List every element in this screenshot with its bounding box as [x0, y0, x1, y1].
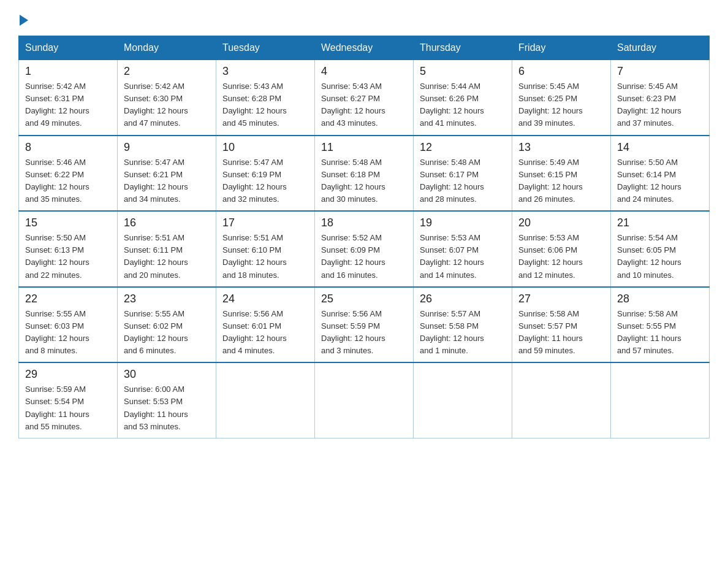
calendar-day-cell: 11 Sunrise: 5:48 AMSunset: 6:18 PMDaylig… [315, 136, 414, 212]
calendar-week-row: 29 Sunrise: 5:59 AMSunset: 5:54 PMDaylig… [19, 362, 710, 438]
day-number: 24 [222, 293, 308, 305]
calendar-day-cell: 30 Sunrise: 6:00 AMSunset: 5:53 PMDaylig… [118, 362, 216, 438]
day-number: 4 [321, 65, 407, 78]
day-number: 12 [420, 141, 506, 154]
day-number: 26 [420, 293, 506, 305]
column-header-wednesday: Wednesday [315, 36, 414, 60]
day-number: 7 [617, 65, 703, 78]
day-number: 22 [25, 293, 111, 305]
page-header [18, 12, 710, 26]
day-info: Sunrise: 6:00 AMSunset: 5:53 PMDaylight:… [124, 385, 188, 431]
day-number: 11 [321, 141, 407, 154]
calendar-day-cell: 20 Sunrise: 5:53 AMSunset: 6:06 PMDaylig… [512, 211, 611, 287]
day-number: 6 [518, 65, 604, 78]
day-number: 14 [617, 141, 703, 154]
column-header-saturday: Saturday [611, 36, 710, 60]
calendar-day-cell: 2 Sunrise: 5:42 AMSunset: 6:30 PMDayligh… [118, 60, 216, 136]
calendar-day-cell: 13 Sunrise: 5:49 AMSunset: 6:15 PMDaylig… [512, 136, 611, 212]
column-header-tuesday: Tuesday [216, 36, 315, 60]
calendar-day-cell: 17 Sunrise: 5:51 AMSunset: 6:10 PMDaylig… [216, 211, 315, 287]
day-number: 10 [222, 141, 308, 154]
day-info: Sunrise: 5:59 AMSunset: 5:54 PMDaylight:… [25, 385, 89, 431]
calendar-day-cell: 8 Sunrise: 5:46 AMSunset: 6:22 PMDayligh… [19, 136, 118, 212]
calendar-day-cell: 14 Sunrise: 5:50 AMSunset: 6:14 PMDaylig… [611, 136, 710, 212]
calendar-day-cell: 10 Sunrise: 5:47 AMSunset: 6:19 PMDaylig… [216, 136, 315, 212]
calendar-week-row: 22 Sunrise: 5:55 AMSunset: 6:03 PMDaylig… [19, 287, 710, 363]
day-info: Sunrise: 5:56 AMSunset: 6:01 PMDaylight:… [222, 309, 287, 355]
calendar-week-row: 8 Sunrise: 5:46 AMSunset: 6:22 PMDayligh… [19, 136, 710, 212]
calendar-week-row: 1 Sunrise: 5:42 AMSunset: 6:31 PMDayligh… [19, 60, 710, 136]
calendar-day-cell: 19 Sunrise: 5:53 AMSunset: 6:07 PMDaylig… [414, 211, 512, 287]
column-header-monday: Monday [118, 36, 216, 60]
day-info: Sunrise: 5:50 AMSunset: 6:14 PMDaylight:… [617, 158, 681, 204]
day-number: 13 [518, 141, 604, 154]
calendar-day-cell: 9 Sunrise: 5:47 AMSunset: 6:21 PMDayligh… [118, 136, 216, 212]
calendar-day-cell [315, 362, 414, 438]
day-info: Sunrise: 5:51 AMSunset: 6:10 PMDaylight:… [222, 233, 287, 279]
day-number: 15 [25, 216, 111, 229]
calendar-day-cell: 29 Sunrise: 5:59 AMSunset: 5:54 PMDaylig… [19, 362, 118, 438]
day-info: Sunrise: 5:43 AMSunset: 6:27 PMDaylight:… [321, 82, 385, 128]
calendar-day-cell: 15 Sunrise: 5:50 AMSunset: 6:13 PMDaylig… [19, 211, 118, 287]
calendar-day-cell: 12 Sunrise: 5:48 AMSunset: 6:17 PMDaylig… [414, 136, 512, 212]
calendar-day-cell: 23 Sunrise: 5:55 AMSunset: 6:02 PMDaylig… [118, 287, 216, 363]
day-info: Sunrise: 5:42 AMSunset: 6:30 PMDaylight:… [124, 82, 188, 128]
day-number: 25 [321, 293, 407, 305]
column-header-friday: Friday [512, 36, 611, 60]
day-info: Sunrise: 5:51 AMSunset: 6:11 PMDaylight:… [124, 233, 188, 279]
day-number: 27 [518, 293, 604, 305]
day-info: Sunrise: 5:48 AMSunset: 6:18 PMDaylight:… [321, 158, 385, 204]
calendar-day-cell [414, 362, 512, 438]
logo-arrow-icon [20, 15, 28, 26]
calendar-day-cell: 6 Sunrise: 5:45 AMSunset: 6:25 PMDayligh… [512, 60, 611, 136]
day-info: Sunrise: 5:50 AMSunset: 6:13 PMDaylight:… [25, 233, 89, 279]
day-number: 5 [420, 65, 506, 78]
calendar-day-cell: 21 Sunrise: 5:54 AMSunset: 6:05 PMDaylig… [611, 211, 710, 287]
calendar-day-cell: 16 Sunrise: 5:51 AMSunset: 6:11 PMDaylig… [118, 211, 216, 287]
calendar-day-cell: 28 Sunrise: 5:58 AMSunset: 5:55 PMDaylig… [611, 287, 710, 363]
day-info: Sunrise: 5:56 AMSunset: 5:59 PMDaylight:… [321, 309, 385, 355]
calendar-day-cell [216, 362, 315, 438]
day-number: 20 [518, 216, 604, 229]
day-info: Sunrise: 5:48 AMSunset: 6:17 PMDaylight:… [420, 158, 484, 204]
day-info: Sunrise: 5:52 AMSunset: 6:09 PMDaylight:… [321, 233, 385, 279]
day-number: 28 [617, 293, 703, 305]
day-info: Sunrise: 5:58 AMSunset: 5:57 PMDaylight:… [518, 309, 583, 355]
day-info: Sunrise: 5:47 AMSunset: 6:21 PMDaylight:… [124, 158, 188, 204]
day-info: Sunrise: 5:55 AMSunset: 6:02 PMDaylight:… [124, 309, 188, 355]
day-info: Sunrise: 5:53 AMSunset: 6:07 PMDaylight:… [420, 233, 484, 279]
calendar-day-cell: 7 Sunrise: 5:45 AMSunset: 6:23 PMDayligh… [611, 60, 710, 136]
day-info: Sunrise: 5:58 AMSunset: 5:55 PMDaylight:… [617, 309, 681, 355]
day-info: Sunrise: 5:43 AMSunset: 6:28 PMDaylight:… [222, 82, 287, 128]
day-info: Sunrise: 5:53 AMSunset: 6:06 PMDaylight:… [518, 233, 583, 279]
day-number: 1 [25, 65, 111, 78]
calendar-day-cell: 22 Sunrise: 5:55 AMSunset: 6:03 PMDaylig… [19, 287, 118, 363]
day-number: 21 [617, 216, 703, 229]
day-headers-row: SundayMondayTuesdayWednesdayThursdayFrid… [19, 36, 710, 60]
day-info: Sunrise: 5:45 AMSunset: 6:23 PMDaylight:… [617, 82, 681, 128]
day-info: Sunrise: 5:49 AMSunset: 6:15 PMDaylight:… [518, 158, 583, 204]
calendar-day-cell [611, 362, 710, 438]
day-info: Sunrise: 5:44 AMSunset: 6:26 PMDaylight:… [420, 82, 484, 128]
calendar-day-cell [512, 362, 611, 438]
day-number: 16 [124, 216, 210, 229]
day-number: 8 [25, 141, 111, 154]
column-header-thursday: Thursday [414, 36, 512, 60]
column-header-sunday: Sunday [19, 36, 118, 60]
day-number: 29 [25, 368, 111, 381]
calendar-day-cell: 18 Sunrise: 5:52 AMSunset: 6:09 PMDaylig… [315, 211, 414, 287]
logo [18, 12, 28, 26]
calendar-table: SundayMondayTuesdayWednesdayThursdayFrid… [18, 36, 710, 439]
calendar-week-row: 15 Sunrise: 5:50 AMSunset: 6:13 PMDaylig… [19, 211, 710, 287]
day-number: 23 [124, 293, 210, 305]
calendar-day-cell: 25 Sunrise: 5:56 AMSunset: 5:59 PMDaylig… [315, 287, 414, 363]
day-info: Sunrise: 5:54 AMSunset: 6:05 PMDaylight:… [617, 233, 681, 279]
day-number: 30 [124, 368, 210, 381]
day-number: 3 [222, 65, 308, 78]
calendar-day-cell: 24 Sunrise: 5:56 AMSunset: 6:01 PMDaylig… [216, 287, 315, 363]
calendar-day-cell: 5 Sunrise: 5:44 AMSunset: 6:26 PMDayligh… [414, 60, 512, 136]
day-info: Sunrise: 5:55 AMSunset: 6:03 PMDaylight:… [25, 309, 89, 355]
day-info: Sunrise: 5:45 AMSunset: 6:25 PMDaylight:… [518, 82, 583, 128]
day-number: 19 [420, 216, 506, 229]
calendar-day-cell: 26 Sunrise: 5:57 AMSunset: 5:58 PMDaylig… [414, 287, 512, 363]
